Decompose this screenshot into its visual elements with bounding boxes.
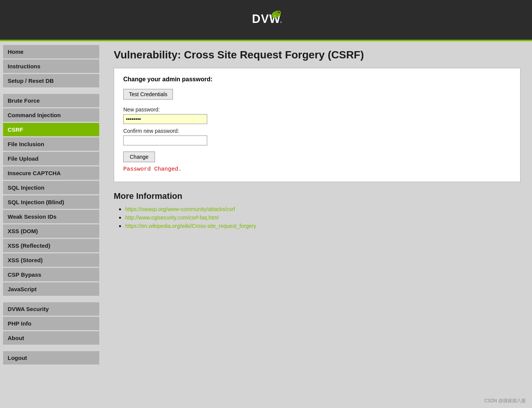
dvwa-logo-icon: DVWA	[251, 8, 281, 31]
confirm-password-label: Confirm new password:	[123, 128, 511, 134]
change-button[interactable]: Change	[123, 152, 155, 162]
list-item: http://www.cgisecurity.com/csrf-faq.html	[125, 214, 521, 221]
sidebar-item-about[interactable]: About	[3, 331, 99, 345]
sidebar-item-sql-injection[interactable]: SQL Injection	[3, 181, 99, 194]
link-wikipedia[interactable]: https://en.wikipedia.org/wiki/Cross-site…	[125, 223, 256, 229]
list-item: https://en.wikipedia.org/wiki/Cross-site…	[125, 223, 521, 229]
sidebar-item-sql-injection-blind[interactable]: SQL Injection (Blind)	[3, 195, 99, 209]
confirm-password-input[interactable]	[123, 135, 207, 145]
sidebar-item-php-info[interactable]: PHP Info	[3, 317, 99, 330]
sidebar-item-file-upload[interactable]: File Upload	[3, 152, 99, 165]
sidebar-item-insecure-captcha[interactable]: Insecure CAPTCHA	[3, 166, 99, 180]
sidebar-item-setup-reset-db[interactable]: Setup / Reset DB	[3, 74, 99, 87]
new-password-group: New password:	[123, 106, 511, 124]
link-cgisecurity[interactable]: http://www.cgisecurity.com/csrf-faq.html	[125, 214, 219, 221]
layout: Home Instructions Setup / Reset DB Brute…	[0, 41, 532, 406]
header: DVWA	[0, 0, 532, 41]
csrf-form-box: Change your admin password: Test Credent…	[114, 68, 521, 182]
sidebar-item-javascript[interactable]: JavaScript	[3, 282, 99, 296]
logo: DVWA	[251, 8, 281, 31]
sidebar-item-csp-bypass[interactable]: CSP Bypass	[3, 268, 99, 281]
confirm-password-group: Confirm new password:	[123, 128, 511, 145]
form-heading: Change your admin password:	[123, 76, 511, 83]
sidebar-item-command-injection[interactable]: Command Injection	[3, 108, 99, 122]
main-content: Vulnerability: Cross Site Request Forger…	[102, 41, 532, 406]
sidebar-item-weak-session-ids[interactable]: Weak Session IDs	[3, 210, 99, 223]
sidebar-item-brute-force[interactable]: Brute Force	[3, 94, 99, 107]
sidebar-item-xss-reflected[interactable]: XSS (Reflected)	[3, 239, 99, 252]
sidebar: Home Instructions Setup / Reset DB Brute…	[0, 41, 102, 406]
sidebar-gap-2	[3, 297, 99, 302]
watermark: CSDN @摸探摸八股	[484, 398, 526, 404]
sidebar-item-xss-stored[interactable]: XSS (Stored)	[3, 253, 99, 267]
more-info-heading: More Information	[114, 191, 521, 201]
sidebar-item-instructions[interactable]: Instructions	[3, 60, 99, 73]
sidebar-item-dvwa-security[interactable]: DVWA Security	[3, 302, 99, 316]
sidebar-gap-1	[3, 89, 99, 94]
sidebar-item-file-inclusion[interactable]: File Inclusion	[3, 137, 99, 151]
sidebar-gap-3	[3, 346, 99, 351]
new-password-input[interactable]	[123, 114, 207, 124]
test-credentials-button[interactable]: Test Credentials	[123, 89, 173, 100]
sidebar-item-xss-dom[interactable]: XSS (DOM)	[3, 224, 99, 238]
sidebar-item-home[interactable]: Home	[3, 45, 99, 58]
success-message: Password Changed.	[123, 166, 511, 173]
more-info-section: More Information https://owasp.org/www-c…	[114, 191, 521, 229]
sidebar-item-logout[interactable]: Logout	[3, 351, 99, 364]
new-password-label: New password:	[123, 106, 511, 113]
sidebar-item-csrf[interactable]: CSRF	[3, 123, 99, 136]
page-title: Vulnerability: Cross Site Request Forger…	[114, 49, 521, 61]
more-info-links: https://owasp.org/www-community/attacks/…	[114, 206, 521, 229]
list-item: https://owasp.org/www-community/attacks/…	[125, 206, 521, 213]
link-owasp[interactable]: https://owasp.org/www-community/attacks/…	[125, 206, 235, 212]
